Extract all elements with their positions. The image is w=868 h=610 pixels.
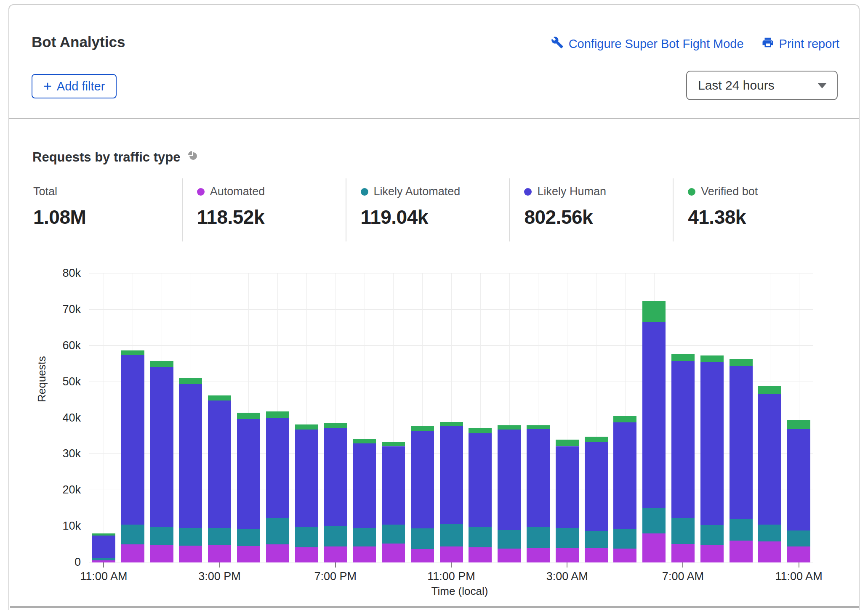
- stacked-bar[interactable]: [324, 423, 347, 562]
- bar-segment-verified-bot[interactable]: [121, 350, 144, 355]
- bar-segment-likely-automated[interactable]: [758, 525, 781, 541]
- bar-segment-verified-bot[interactable]: [411, 426, 434, 431]
- bar-segment-verified-bot[interactable]: [527, 425, 550, 429]
- bar-segment-verified-bot[interactable]: [237, 413, 260, 419]
- bar-segment-likely-automated[interactable]: [208, 528, 231, 545]
- bar-segment-automated[interactable]: [382, 544, 405, 563]
- bar-segment-automated[interactable]: [787, 546, 810, 562]
- bar-segment-verified-bot[interactable]: [440, 422, 463, 426]
- bar-segment-likely-automated[interactable]: [730, 519, 753, 541]
- stacked-bar[interactable]: [730, 359, 753, 562]
- bar-segment-automated[interactable]: [324, 546, 347, 562]
- bar-segment-likely-automated[interactable]: [642, 508, 666, 533]
- bar-segment-automated[interactable]: [237, 546, 260, 563]
- bar-segment-likely-human[interactable]: [469, 433, 492, 527]
- stacked-bar[interactable]: [758, 386, 781, 562]
- stacked-bar[interactable]: [440, 422, 463, 562]
- bar-segment-likely-human[interactable]: [758, 394, 781, 525]
- bar-segment-likely-automated[interactable]: [121, 525, 144, 544]
- bar-segment-likely-automated[interactable]: [179, 528, 202, 546]
- bar-segment-likely-automated[interactable]: [527, 527, 550, 548]
- bar-segment-automated[interactable]: [498, 549, 521, 562]
- bar-segment-likely-automated[interactable]: [237, 529, 260, 546]
- configure-super-bot-fight-mode-link[interactable]: Configure Super Bot Fight Mode: [551, 36, 744, 52]
- stacked-bar[interactable]: [92, 533, 115, 562]
- bar-segment-likely-automated[interactable]: [671, 518, 695, 544]
- bar-segment-likely-automated[interactable]: [556, 528, 579, 548]
- bar-segment-automated[interactable]: [700, 545, 724, 562]
- bar-segment-likely-human[interactable]: [208, 400, 231, 528]
- stacked-bar[interactable]: [613, 416, 636, 562]
- bar-segment-likely-human[interactable]: [237, 419, 260, 529]
- stacked-bar[interactable]: [787, 420, 810, 562]
- bar-segment-likely-automated[interactable]: [382, 525, 405, 544]
- bar-segment-likely-human[interactable]: [92, 536, 115, 558]
- bar-segment-verified-bot[interactable]: [266, 411, 289, 418]
- bar-segment-automated[interactable]: [295, 547, 318, 562]
- bar-segment-verified-bot[interactable]: [700, 355, 724, 362]
- bar-segment-likely-human[interactable]: [671, 361, 695, 518]
- bar-segment-likely-human[interactable]: [613, 422, 636, 529]
- bar-segment-verified-bot[interactable]: [469, 428, 492, 433]
- bar-segment-likely-automated[interactable]: [700, 525, 724, 545]
- print-report-link[interactable]: Print report: [761, 36, 839, 52]
- bar-segment-automated[interactable]: [671, 544, 695, 562]
- stacked-bar[interactable]: [208, 395, 231, 562]
- bar-segment-verified-bot[interactable]: [92, 533, 115, 535]
- bar-segment-likely-human[interactable]: [353, 443, 376, 528]
- bar-segment-automated[interactable]: [179, 546, 202, 562]
- stacked-bar[interactable]: [411, 426, 434, 562]
- stacked-bar[interactable]: [266, 411, 289, 562]
- stacked-bar[interactable]: [121, 350, 144, 562]
- bar-segment-automated[interactable]: [469, 547, 492, 562]
- stacked-bar[interactable]: [642, 301, 666, 562]
- bar-segment-likely-automated[interactable]: [498, 530, 521, 549]
- add-filter-button[interactable]: + Add filter: [32, 74, 117, 98]
- bar-segment-verified-bot[interactable]: [642, 301, 666, 322]
- bar-segment-automated[interactable]: [440, 546, 463, 562]
- bar-segment-likely-human[interactable]: [700, 362, 724, 525]
- bar-segment-automated[interactable]: [730, 541, 753, 562]
- bar-segment-likely-human[interactable]: [121, 355, 144, 525]
- bar-segment-likely-automated[interactable]: [150, 527, 173, 545]
- bar-segment-automated[interactable]: [642, 533, 666, 562]
- bar-segment-verified-bot[interactable]: [556, 440, 579, 446]
- bar-segment-likely-automated[interactable]: [469, 527, 492, 547]
- bar-segment-automated[interactable]: [585, 548, 608, 562]
- bar-segment-likely-human[interactable]: [150, 367, 173, 527]
- bar-segment-verified-bot[interactable]: [787, 420, 810, 429]
- bar-segment-likely-automated[interactable]: [440, 524, 463, 546]
- bar-segment-likely-automated[interactable]: [295, 527, 318, 547]
- bar-segment-likely-human[interactable]: [585, 442, 608, 531]
- bar-segment-likely-human[interactable]: [266, 418, 289, 517]
- stacked-bar[interactable]: [469, 428, 492, 562]
- bar-segment-automated[interactable]: [208, 545, 231, 562]
- stacked-bar[interactable]: [700, 355, 724, 562]
- stacked-bar[interactable]: [498, 425, 521, 562]
- bar-segment-verified-bot[interactable]: [208, 395, 231, 400]
- stacked-bar[interactable]: [671, 354, 695, 562]
- bar-segment-likely-automated[interactable]: [411, 528, 434, 549]
- bar-segment-verified-bot[interactable]: [150, 361, 173, 367]
- bar-segment-likely-automated[interactable]: [613, 529, 636, 549]
- bar-segment-verified-bot[interactable]: [758, 386, 781, 394]
- bar-segment-likely-automated[interactable]: [92, 558, 115, 560]
- bar-segment-likely-human[interactable]: [295, 430, 318, 527]
- bar-segment-likely-automated[interactable]: [585, 531, 608, 548]
- bar-segment-likely-human[interactable]: [324, 428, 347, 526]
- stacked-bar[interactable]: [295, 424, 318, 562]
- bar-segment-verified-bot[interactable]: [585, 437, 608, 442]
- bar-segment-likely-human[interactable]: [498, 430, 521, 530]
- stacked-bar[interactable]: [353, 439, 376, 562]
- bar-segment-verified-bot[interactable]: [613, 416, 636, 422]
- stacked-bar[interactable]: [179, 378, 202, 562]
- bar-segment-likely-human[interactable]: [440, 426, 463, 524]
- bar-segment-likely-human[interactable]: [787, 429, 810, 530]
- bar-segment-verified-bot[interactable]: [324, 423, 347, 428]
- stacked-bar[interactable]: [382, 442, 405, 562]
- bar-segment-likely-human[interactable]: [730, 366, 753, 519]
- bar-segment-automated[interactable]: [411, 549, 434, 562]
- bar-segment-verified-bot[interactable]: [179, 378, 202, 384]
- bar-segment-verified-bot[interactable]: [730, 359, 753, 366]
- stacked-bar[interactable]: [237, 413, 260, 562]
